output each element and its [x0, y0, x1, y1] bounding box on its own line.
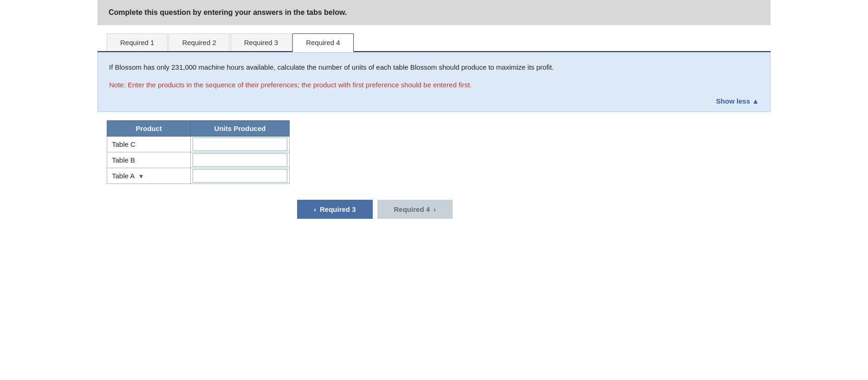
instruction-bar: Complete this question by entering your … [97, 0, 771, 25]
tab-required2[interactable]: Required 2 [168, 33, 229, 51]
table-row: Table C [107, 137, 290, 152]
note-text: Note: Enter the products in the sequence… [109, 79, 759, 91]
page-wrapper: Complete this question by entering your … [97, 0, 771, 233]
product-cell-table-c: Table C [107, 137, 191, 152]
prev-label: Required 3 [320, 205, 356, 213]
tabs-row: Required 1 Required 2 Required 3 Require… [97, 33, 771, 52]
units-input-table-a[interactable] [193, 169, 287, 183]
next-button[interactable]: Required 4 › [377, 200, 453, 219]
nav-buttons: ‹ Required 3 Required 4 › [97, 195, 771, 233]
tab-required4[interactable]: Required 4 [292, 33, 353, 52]
header-product: Product [107, 121, 191, 137]
header-units-produced: Units Produced [191, 121, 290, 137]
table-row: Table B [107, 152, 290, 168]
units-table: Product Units Produced Table C Table B [107, 120, 290, 184]
instruction-text: Complete this question by entering your … [109, 8, 347, 16]
input-cell-table-b [191, 152, 290, 168]
units-input-table-b[interactable] [193, 153, 287, 167]
info-panel: If Blossom has only 231,000 machine hour… [97, 52, 771, 112]
next-arrow: › [434, 205, 436, 213]
product-cell-table-a: Table A ▼ [107, 168, 191, 184]
prev-arrow: ‹ [314, 205, 316, 213]
tab-required3[interactable]: Required 3 [231, 33, 291, 51]
units-input-table-c[interactable] [193, 138, 287, 151]
prev-button[interactable]: ‹ Required 3 [297, 200, 373, 219]
next-label: Required 4 [394, 205, 430, 213]
product-cell-table-b: Table B [107, 152, 191, 168]
dropdown-icon[interactable]: ▼ [138, 173, 144, 180]
tab-required1[interactable]: Required 1 [107, 33, 168, 51]
show-less-button[interactable]: Show less [109, 97, 759, 105]
input-cell-table-c [191, 137, 290, 152]
main-text: If Blossom has only 231,000 machine hour… [109, 62, 759, 73]
table-header-row: Product Units Produced [107, 121, 290, 137]
input-cell-table-a [191, 168, 290, 184]
table-row: Table A ▼ [107, 168, 290, 184]
